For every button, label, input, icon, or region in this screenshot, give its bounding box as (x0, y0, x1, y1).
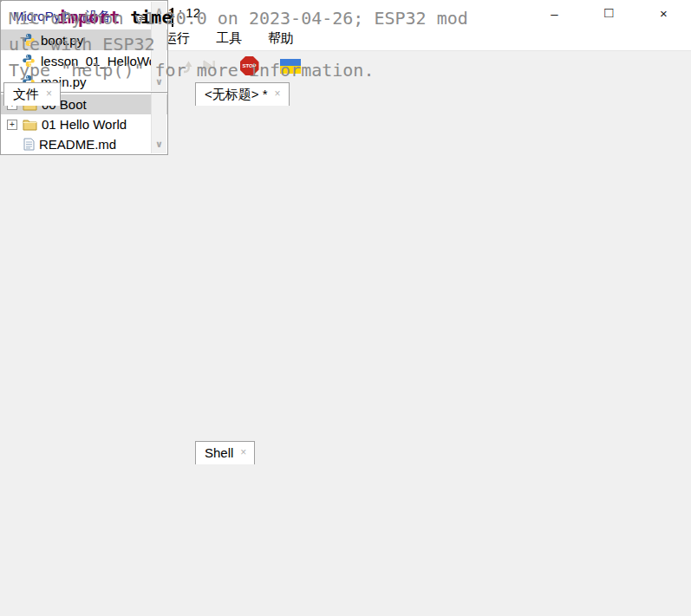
thonny-window: Th Thonny - <无标题> @ 1 : 12 – □ × 文件 编辑 视… (0, 0, 691, 616)
tree-item-01-hello-world[interactable]: + 01 Hello World (1, 114, 167, 134)
minimize-button[interactable]: – (527, 0, 582, 26)
tab-shell[interactable]: Shell × (195, 441, 255, 464)
tab-close-icon[interactable]: × (275, 88, 281, 100)
tab-close-icon[interactable]: × (240, 446, 246, 458)
close-button[interactable]: × (636, 0, 691, 26)
shell-help-line: Type "help()" for more information. (9, 57, 470, 83)
tab-untitled-editor[interactable]: <无标题> * × (195, 82, 290, 106)
tree-item-label: 01 Hello World (42, 117, 127, 132)
tree-item-label: README.md (39, 137, 116, 152)
folder-icon (23, 119, 37, 131)
shell-banner-line: MicroPython v1.20.0 on 2023-04-26; ESP32… (9, 5, 470, 57)
tab-shell-label: Shell (205, 445, 233, 460)
scroll-down-icon[interactable]: ∨ (155, 139, 163, 149)
tab-close-icon[interactable]: × (46, 88, 52, 100)
document-icon (23, 138, 35, 151)
tab-editor-label: <无标题> * (205, 87, 268, 103)
tab-files-label: 文件 (13, 87, 39, 103)
tab-files[interactable]: 文件 × (3, 82, 61, 106)
maximize-button[interactable]: □ (582, 0, 636, 26)
tree-item-readme[interactable]: README.md (1, 134, 167, 154)
window-controls: – □ × (527, 0, 691, 26)
shell-panel[interactable]: MicroPython v1.20.0 on 2023-04-26; ESP32… (0, 0, 2, 2)
shell-output: MicroPython v1.20.0 on 2023-04-26; ESP32… (1, 1, 9, 5)
expand-icon[interactable]: + (7, 120, 17, 130)
